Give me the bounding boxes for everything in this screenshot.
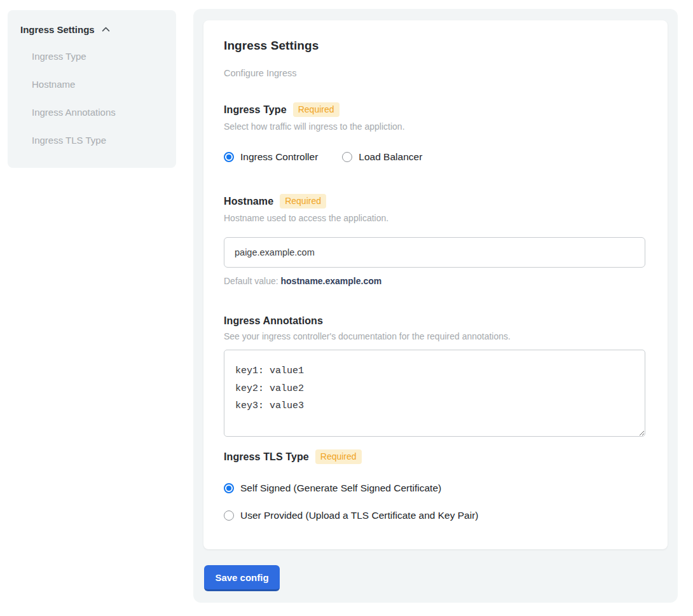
ingress-type-label: Ingress Type bbox=[224, 104, 287, 116]
sidebar-item-ingress-annotations[interactable]: Ingress Annotations bbox=[32, 107, 163, 118]
radio-unselected-icon[interactable] bbox=[342, 152, 352, 162]
page-subtitle: Configure Ingress bbox=[224, 68, 647, 78]
radio-self-signed-label: Self Signed (Generate Self Signed Certif… bbox=[240, 483, 441, 494]
default-value-text: hostname.example.com bbox=[281, 276, 382, 286]
default-value-prefix: Default value: bbox=[224, 276, 278, 286]
ingress-settings-card: Ingress Settings Configure Ingress Ingre… bbox=[203, 20, 668, 549]
radio-selected-icon[interactable] bbox=[224, 152, 234, 162]
page-title: Ingress Settings bbox=[224, 39, 647, 53]
ingress-annotations-label: Ingress Annotations bbox=[224, 315, 323, 327]
radio-unselected-icon[interactable] bbox=[224, 510, 234, 521]
required-badge: Required bbox=[293, 102, 340, 117]
radio-selected-icon[interactable] bbox=[224, 483, 234, 493]
sidebar-item-list: Ingress Type Hostname Ingress Annotation… bbox=[20, 51, 163, 146]
settings-panel: Ingress Settings Configure Ingress Ingre… bbox=[193, 9, 678, 603]
radio-user-provided-label: User Provided (Upload a TLS Certificate … bbox=[240, 510, 478, 521]
ingress-type-radio-group: Ingress Controller Load Balancer bbox=[224, 151, 647, 163]
ingress-tls-radio-group: Self Signed (Generate Self Signed Certif… bbox=[224, 483, 647, 521]
sidebar-item-ingress-tls-type[interactable]: Ingress TLS Type bbox=[32, 135, 163, 146]
hostname-input[interactable] bbox=[224, 237, 645, 268]
radio-ingress-controller-label: Ingress Controller bbox=[240, 151, 318, 163]
radio-ingress-controller[interactable]: Ingress Controller bbox=[224, 151, 318, 163]
ingress-type-section: Ingress Type Required Select how traffic… bbox=[224, 102, 647, 163]
ingress-annotations-textarea[interactable]: key1: value1 key2: value2 key3: value3 bbox=[224, 350, 645, 437]
settings-sidebar: Ingress Settings Ingress Type Hostname I… bbox=[8, 10, 176, 168]
save-config-button[interactable]: Save config bbox=[204, 565, 280, 591]
sidebar-item-ingress-type[interactable]: Ingress Type bbox=[32, 51, 163, 62]
ingress-tls-type-label: Ingress TLS Type bbox=[224, 451, 309, 463]
radio-self-signed[interactable]: Self Signed (Generate Self Signed Certif… bbox=[224, 483, 647, 494]
sidebar-section-label: Ingress Settings bbox=[20, 24, 95, 35]
sidebar-item-hostname[interactable]: Hostname bbox=[32, 79, 163, 90]
ingress-type-description: Select how traffic will ingress to the a… bbox=[224, 121, 647, 132]
hostname-label: Hostname bbox=[224, 196, 273, 207]
ingress-annotations-section: Ingress Annotations See your ingress con… bbox=[224, 315, 647, 437]
chevron-up-icon bbox=[100, 24, 111, 35]
ingress-annotations-description: See your ingress controller's documentat… bbox=[224, 331, 647, 341]
ingress-tls-type-section: Ingress TLS Type Required Self Signed (G… bbox=[224, 449, 647, 521]
sidebar-section-ingress-settings[interactable]: Ingress Settings bbox=[20, 24, 163, 35]
radio-load-balancer[interactable]: Load Balancer bbox=[342, 151, 422, 163]
radio-load-balancer-label: Load Balancer bbox=[359, 151, 422, 163]
radio-user-provided[interactable]: User Provided (Upload a TLS Certificate … bbox=[224, 510, 647, 521]
required-badge: Required bbox=[315, 449, 362, 464]
required-badge: Required bbox=[280, 194, 326, 209]
hostname-section: Hostname Required Hostname used to acces… bbox=[224, 194, 647, 286]
hostname-description: Hostname used to access the application. bbox=[224, 213, 647, 223]
hostname-default-value: Default value: hostname.example.com bbox=[224, 276, 647, 286]
